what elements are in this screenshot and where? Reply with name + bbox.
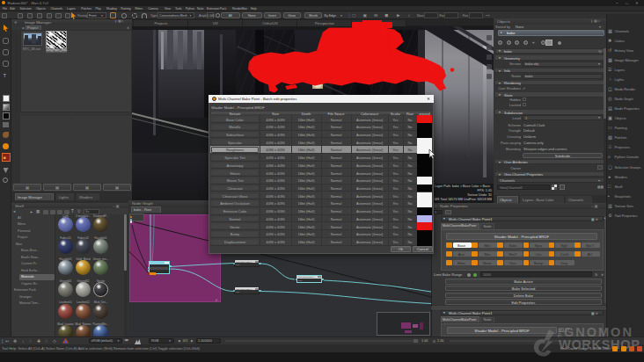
svg-text:THE: THE (557, 329, 562, 338)
